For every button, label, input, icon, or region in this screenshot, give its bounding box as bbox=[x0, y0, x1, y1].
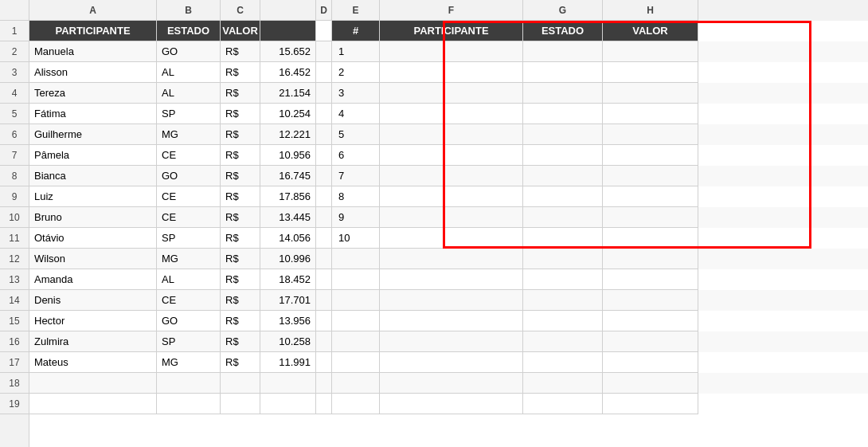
row-num-12: 12 bbox=[0, 249, 29, 269]
right-header-num: # bbox=[332, 21, 380, 41]
col-header-e: E bbox=[332, 0, 380, 21]
row-numbers: 1 2 3 4 5 6 7 8 9 10 11 12 13 14 15 16 1… bbox=[0, 0, 29, 447]
cell-b7: CE bbox=[157, 145, 221, 166]
cell-b5: SP bbox=[157, 104, 221, 124]
cell-e7: 6 bbox=[332, 145, 380, 166]
cell-d13 bbox=[316, 269, 332, 290]
data-rows: PARTICIPANTE ESTADO VALOR # PARTICIPANTE… bbox=[29, 21, 868, 414]
row-num-15: 15 bbox=[0, 311, 29, 331]
cell-c10-val: 13.445 bbox=[260, 207, 316, 228]
table-row: Otávio SP R$ 14.056 10 bbox=[29, 228, 868, 249]
cell-e10: 9 bbox=[332, 207, 380, 228]
cell-d9 bbox=[316, 186, 332, 207]
cell-d7 bbox=[316, 145, 332, 166]
cell-a5: Fátima bbox=[29, 104, 157, 124]
cell-c2-rs: R$ bbox=[221, 41, 260, 62]
table-row: Tereza AL R$ 21.154 3 bbox=[29, 83, 868, 104]
col-header-g: G bbox=[523, 0, 603, 21]
cell-b19 bbox=[157, 394, 221, 414]
cell-e6: 5 bbox=[332, 124, 380, 145]
cell-b3: AL bbox=[157, 62, 221, 83]
table-row: Manuela GO R$ 15.652 1 bbox=[29, 41, 868, 62]
cell-h19 bbox=[603, 394, 698, 414]
cell-d5 bbox=[316, 104, 332, 124]
cell-c8-val: 16.745 bbox=[260, 166, 316, 186]
cell-g17 bbox=[523, 352, 603, 373]
cell-d19 bbox=[316, 394, 332, 414]
cell-d8 bbox=[316, 166, 332, 186]
col-header-a: A bbox=[29, 0, 157, 21]
right-header-estado: ESTADO bbox=[523, 21, 603, 41]
cell-a16: Zulmira bbox=[29, 331, 157, 352]
cell-e14 bbox=[332, 290, 380, 311]
cell-b9: CE bbox=[157, 186, 221, 207]
cell-e16 bbox=[332, 331, 380, 352]
left-header-valor2 bbox=[260, 21, 316, 41]
table-row bbox=[29, 373, 868, 394]
cell-c10-rs: R$ bbox=[221, 207, 260, 228]
cell-e15 bbox=[332, 311, 380, 331]
cell-f12 bbox=[380, 249, 523, 269]
cell-b12: MG bbox=[157, 249, 221, 269]
row-num-14: 14 bbox=[0, 290, 29, 311]
cell-e13 bbox=[332, 269, 380, 290]
cell-f7 bbox=[380, 145, 523, 166]
cell-f17 bbox=[380, 352, 523, 373]
cell-h18 bbox=[603, 373, 698, 394]
cell-e2: 1 bbox=[332, 41, 380, 62]
cell-a11: Otávio bbox=[29, 228, 157, 249]
cell-f9 bbox=[380, 186, 523, 207]
cell-d15 bbox=[316, 311, 332, 331]
cell-c19-rs bbox=[221, 394, 260, 414]
cell-g13 bbox=[523, 269, 603, 290]
row-num-16: 16 bbox=[0, 331, 29, 352]
cell-c16-val: 10.258 bbox=[260, 331, 316, 352]
table-row bbox=[29, 394, 868, 414]
col-header-d: D bbox=[316, 0, 332, 21]
left-header-participante: PARTICIPANTE bbox=[29, 21, 157, 41]
cell-c9-val: 17.856 bbox=[260, 186, 316, 207]
cell-g2 bbox=[523, 41, 603, 62]
cell-e5: 4 bbox=[332, 104, 380, 124]
cell-a13: Amanda bbox=[29, 269, 157, 290]
cell-c13-rs: R$ bbox=[221, 269, 260, 290]
cell-c12-val: 10.996 bbox=[260, 249, 316, 269]
cell-c15-rs: R$ bbox=[221, 311, 260, 331]
cell-c6-rs: R$ bbox=[221, 124, 260, 145]
left-header-valor: VALOR bbox=[221, 21, 260, 41]
cell-c17-rs: R$ bbox=[221, 352, 260, 373]
cell-h6 bbox=[603, 124, 698, 145]
table-row: Alisson AL R$ 16.452 2 bbox=[29, 62, 868, 83]
table-row: Bianca GO R$ 16.745 7 bbox=[29, 166, 868, 186]
cell-g7 bbox=[523, 145, 603, 166]
cell-b6: MG bbox=[157, 124, 221, 145]
cell-d12 bbox=[316, 249, 332, 269]
cell-d1 bbox=[316, 21, 332, 41]
row-num-5: 5 bbox=[0, 104, 29, 124]
cell-b8: GO bbox=[157, 166, 221, 186]
cell-e11: 10 bbox=[332, 228, 380, 249]
cell-h16 bbox=[603, 331, 698, 352]
cell-d11 bbox=[316, 228, 332, 249]
cell-c4-val: 21.154 bbox=[260, 83, 316, 104]
cell-f3 bbox=[380, 62, 523, 83]
cell-g18 bbox=[523, 373, 603, 394]
cell-a12: Wilson bbox=[29, 249, 157, 269]
cell-c14-val: 17.701 bbox=[260, 290, 316, 311]
cell-f6 bbox=[380, 124, 523, 145]
row-num-8: 8 bbox=[0, 166, 29, 186]
cell-d17 bbox=[316, 352, 332, 373]
cell-c7-rs: R$ bbox=[221, 145, 260, 166]
cell-f11 bbox=[380, 228, 523, 249]
cell-a3: Alisson bbox=[29, 62, 157, 83]
cell-d14 bbox=[316, 290, 332, 311]
cell-g4 bbox=[523, 83, 603, 104]
table-row: Hector GO R$ 13.956 bbox=[29, 311, 868, 331]
col-headers: A B C D E F G H bbox=[29, 0, 868, 21]
cell-g15 bbox=[523, 311, 603, 331]
right-header-participante: PARTICIPANTE bbox=[380, 21, 523, 41]
row-num-7: 7 bbox=[0, 145, 29, 166]
row-num-1: 1 bbox=[0, 21, 29, 41]
cell-c18-rs bbox=[221, 373, 260, 394]
cell-g9 bbox=[523, 186, 603, 207]
